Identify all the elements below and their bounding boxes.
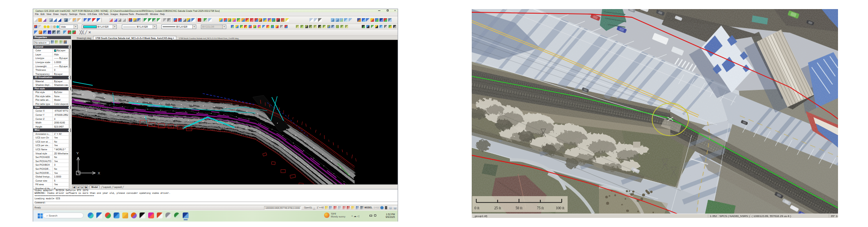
svg-text:( 1000123.89, 557616.29 us-ft: ( 1000123.89, 557616.29 us-ft ) (752, 214, 791, 217)
svg-text:50 ft: 50 ft (516, 206, 523, 210)
svg-text:X: X (98, 171, 100, 175)
svg-text:25 ft: 25 ft (494, 206, 502, 210)
svg-text:0 ft: 0 ft (474, 206, 480, 210)
svg-text:Y: Y (76, 151, 79, 155)
svg-text:75 ft: 75 ft (537, 206, 544, 210)
svg-text:100 ft: 100 ft (556, 206, 565, 210)
svg-text:35° 14: 35° 14 (831, 214, 838, 217)
svg-text:SPCS ( NAD83_NSRS ): SPCS ( NAD83_NSRS ) (719, 214, 750, 217)
svg-text:1:352: 1:352 (710, 214, 717, 217)
svg-text:_group1.tif): _group1.tif) (473, 214, 487, 217)
